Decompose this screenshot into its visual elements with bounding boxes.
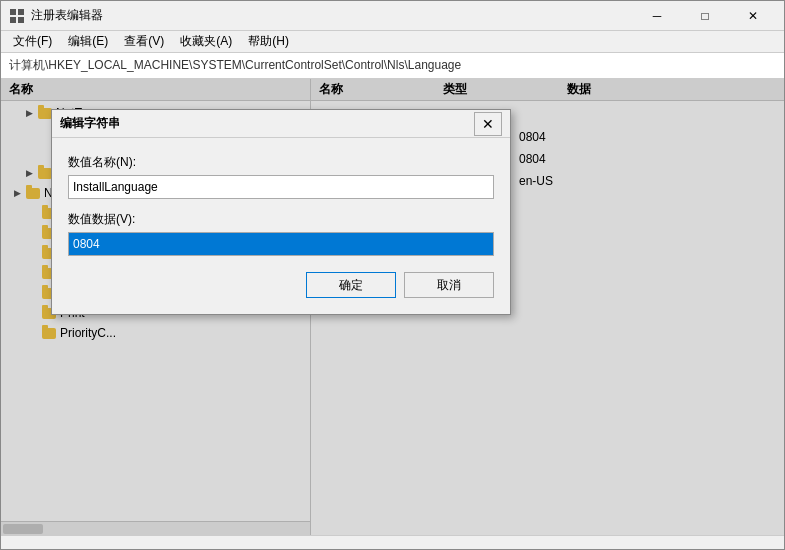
dialog-body: 数值名称(N): 数值数据(V): 确定 取消 <box>52 138 510 314</box>
ok-button[interactable]: 确定 <box>306 272 396 298</box>
main-content: 名称 ▶ NetTrace Locale <box>1 79 784 535</box>
svg-rect-0 <box>10 9 16 15</box>
svg-rect-2 <box>10 17 16 23</box>
dialog-title-bar: 编辑字符串 ✕ <box>52 110 510 138</box>
name-input[interactable] <box>68 175 494 199</box>
menu-bar: 文件(F) 编辑(E) 查看(V) 收藏夹(A) 帮助(H) <box>1 31 784 53</box>
main-window: 注册表编辑器 ─ □ ✕ 文件(F) 编辑(E) 查看(V) 收藏夹(A) 帮助… <box>0 0 785 550</box>
name-field-group: 数值名称(N): <box>68 154 494 199</box>
menu-favorites[interactable]: 收藏夹(A) <box>172 31 240 52</box>
window-controls: ─ □ ✕ <box>634 2 776 30</box>
minimize-button[interactable]: ─ <box>634 2 680 30</box>
dialog-close-button[interactable]: ✕ <box>474 112 502 136</box>
bottom-scroll[interactable] <box>1 535 784 549</box>
data-field-label: 数值数据(V): <box>68 211 494 228</box>
edit-string-dialog: 编辑字符串 ✕ 数值名称(N): 数值数据(V): 确定 取消 <box>51 109 511 315</box>
svg-rect-1 <box>18 9 24 15</box>
data-field-group: 数值数据(V): <box>68 211 494 256</box>
dialog-title: 编辑字符串 <box>60 115 474 132</box>
address-bar: 计算机\HKEY_LOCAL_MACHINE\SYSTEM\CurrentCon… <box>1 53 784 79</box>
close-button[interactable]: ✕ <box>730 2 776 30</box>
app-icon <box>9 8 25 24</box>
svg-rect-3 <box>18 17 24 23</box>
menu-edit[interactable]: 编辑(E) <box>60 31 116 52</box>
address-path: 计算机\HKEY_LOCAL_MACHINE\SYSTEM\CurrentCon… <box>9 57 461 74</box>
data-input[interactable] <box>68 232 494 256</box>
maximize-button[interactable]: □ <box>682 2 728 30</box>
menu-view[interactable]: 查看(V) <box>116 31 172 52</box>
title-bar: 注册表编辑器 ─ □ ✕ <box>1 1 784 31</box>
window-title: 注册表编辑器 <box>31 7 634 24</box>
name-field-label: 数值名称(N): <box>68 154 494 171</box>
dialog-buttons: 确定 取消 <box>68 272 494 298</box>
cancel-button[interactable]: 取消 <box>404 272 494 298</box>
menu-help[interactable]: 帮助(H) <box>240 31 297 52</box>
menu-file[interactable]: 文件(F) <box>5 31 60 52</box>
